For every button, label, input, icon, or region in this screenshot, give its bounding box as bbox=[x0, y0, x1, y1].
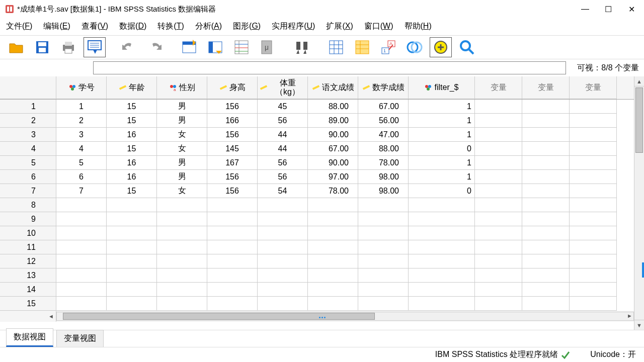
cell[interactable] bbox=[475, 212, 522, 226]
cell[interactable] bbox=[308, 283, 358, 297]
minimize-button[interactable]: — bbox=[574, 0, 597, 18]
cell[interactable]: 166 bbox=[207, 114, 258, 128]
cell[interactable] bbox=[475, 156, 522, 170]
cell[interactable] bbox=[258, 254, 308, 268]
cell[interactable]: 78.00 bbox=[358, 156, 409, 170]
vertical-scrollbar[interactable]: ▲ ▼ bbox=[634, 76, 644, 330]
cell[interactable] bbox=[207, 297, 258, 311]
cell[interactable]: 0 bbox=[409, 142, 475, 156]
cell[interactable]: 16 bbox=[107, 128, 157, 142]
col-header-empty-0[interactable]: 变量 bbox=[475, 76, 522, 99]
row-number[interactable]: 2 bbox=[0, 114, 56, 128]
cell[interactable] bbox=[570, 184, 617, 198]
cell[interactable]: 男 bbox=[157, 100, 207, 114]
col-header-height[interactable]: 身高 bbox=[207, 76, 258, 99]
cell[interactable]: 56 bbox=[258, 156, 308, 170]
col-header-gender[interactable]: a性别 bbox=[157, 76, 207, 99]
select-cases-button[interactable] bbox=[430, 37, 452, 57]
open-button[interactable] bbox=[5, 37, 27, 57]
cell[interactable] bbox=[570, 114, 617, 128]
cell[interactable]: 1 bbox=[409, 128, 475, 142]
col-header-empty-2[interactable]: 变量 bbox=[570, 76, 617, 99]
cell[interactable] bbox=[157, 254, 207, 268]
menu-data[interactable]: 数据(D) bbox=[119, 21, 146, 32]
cell[interactable] bbox=[475, 100, 522, 114]
cell[interactable] bbox=[409, 297, 475, 311]
cell[interactable] bbox=[56, 240, 107, 254]
data-grid[interactable]: 学号 年龄 a性别 身高 体重（kg） 语文成绩 数学成绩 filter_$ 变… bbox=[0, 76, 634, 330]
cell[interactable] bbox=[258, 268, 308, 283]
cell[interactable] bbox=[522, 297, 570, 311]
cell[interactable] bbox=[570, 156, 617, 170]
cell[interactable] bbox=[157, 212, 207, 226]
cell[interactable] bbox=[308, 198, 358, 212]
cell[interactable]: 男 bbox=[157, 156, 207, 170]
cell[interactable]: 56.00 bbox=[358, 114, 409, 128]
cell[interactable]: 男 bbox=[157, 114, 207, 128]
cell[interactable]: 女 bbox=[157, 142, 207, 156]
cell[interactable]: 167 bbox=[207, 156, 258, 170]
col-header-empty-1[interactable]: 变量 bbox=[522, 76, 570, 99]
row-number[interactable]: 6 bbox=[0, 170, 56, 184]
cell[interactable]: 6 bbox=[56, 170, 107, 184]
cell[interactable]: 7 bbox=[56, 184, 107, 198]
cell[interactable] bbox=[522, 283, 570, 297]
col-header-chinese[interactable]: 语文成绩 bbox=[308, 76, 358, 99]
save-button[interactable] bbox=[31, 37, 53, 57]
cell[interactable] bbox=[522, 170, 570, 184]
cell[interactable] bbox=[207, 226, 258, 240]
cell[interactable] bbox=[475, 226, 522, 240]
cell[interactable] bbox=[107, 240, 157, 254]
cell[interactable]: 1 bbox=[409, 156, 475, 170]
cell[interactable]: 男 bbox=[157, 170, 207, 184]
cell[interactable] bbox=[308, 254, 358, 268]
cell[interactable] bbox=[570, 142, 617, 156]
cell[interactable] bbox=[570, 283, 617, 297]
variables-button[interactable] bbox=[230, 37, 253, 57]
cell[interactable] bbox=[56, 254, 107, 268]
cell[interactable]: 15 bbox=[107, 184, 157, 198]
cell[interactable] bbox=[409, 198, 475, 212]
cell[interactable] bbox=[475, 254, 522, 268]
cell[interactable] bbox=[358, 198, 409, 212]
cell[interactable]: 89.00 bbox=[308, 114, 358, 128]
vscroll-up-button[interactable]: ▲ bbox=[634, 76, 644, 86]
cell[interactable] bbox=[157, 198, 207, 212]
cell[interactable] bbox=[570, 198, 617, 212]
cell[interactable] bbox=[358, 283, 409, 297]
cell[interactable]: 90.00 bbox=[308, 128, 358, 142]
cell[interactable] bbox=[107, 212, 157, 226]
cell[interactable] bbox=[475, 184, 522, 198]
row-number[interactable]: 4 bbox=[0, 142, 56, 156]
menu-analyze[interactable]: 分析(A) bbox=[195, 21, 222, 32]
row-number[interactable]: 10 bbox=[0, 226, 56, 240]
cell[interactable]: 156 bbox=[207, 100, 258, 114]
cell[interactable] bbox=[409, 226, 475, 240]
cell[interactable]: 54 bbox=[258, 184, 308, 198]
row-number[interactable]: 9 bbox=[0, 212, 56, 226]
cell[interactable] bbox=[522, 114, 570, 128]
cell[interactable] bbox=[570, 128, 617, 142]
cell[interactable]: 1 bbox=[409, 114, 475, 128]
hscroll-left-button[interactable]: ◄ bbox=[0, 311, 56, 322]
cell[interactable]: 98.00 bbox=[358, 170, 409, 184]
cell[interactable]: 45 bbox=[258, 100, 308, 114]
cell[interactable] bbox=[358, 254, 409, 268]
cell[interactable] bbox=[570, 212, 617, 226]
undo-button[interactable] bbox=[118, 37, 140, 57]
cell[interactable]: 47.00 bbox=[358, 128, 409, 142]
tab-variable-view[interactable]: 变量视图 bbox=[56, 330, 104, 347]
cell[interactable]: 2 bbox=[56, 114, 107, 128]
hscroll-right-button[interactable]: ► bbox=[627, 313, 632, 319]
run-descriptives-button[interactable]: μ bbox=[257, 37, 279, 57]
cell[interactable]: 15 bbox=[107, 142, 157, 156]
cell[interactable]: 5 bbox=[56, 156, 107, 170]
cell[interactable] bbox=[157, 283, 207, 297]
cell[interactable]: 98.00 bbox=[358, 184, 409, 198]
maximize-button[interactable]: ☐ bbox=[597, 0, 620, 18]
cell[interactable]: 156 bbox=[207, 184, 258, 198]
cell[interactable] bbox=[475, 297, 522, 311]
col-header-weight[interactable]: 体重（kg） bbox=[258, 76, 308, 99]
cell[interactable]: 145 bbox=[207, 142, 258, 156]
cell[interactable] bbox=[522, 198, 570, 212]
